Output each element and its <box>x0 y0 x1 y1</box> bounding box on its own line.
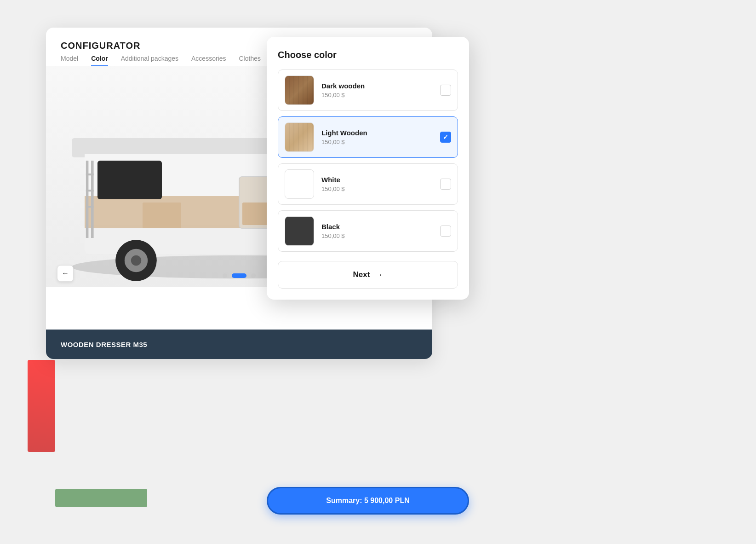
color-swatch-white <box>285 169 314 199</box>
color-swatch-light-wooden <box>285 122 314 152</box>
tab-color[interactable]: Color <box>91 55 108 66</box>
color-option-white[interactable]: White 150,00 $ <box>278 163 458 205</box>
color-option-black[interactable]: Black 150,00 $ <box>278 210 458 252</box>
color-checkbox-white[interactable] <box>440 179 451 190</box>
svg-rect-8 <box>97 161 162 199</box>
color-name-light-wooden: Light Wooden <box>321 129 440 137</box>
svg-rect-11 <box>143 203 181 228</box>
color-info-light-wooden: Light Wooden 150,00 $ <box>321 129 440 145</box>
carousel-dots <box>223 273 256 278</box>
color-price-dark-wooden: 150,00 $ <box>321 92 440 98</box>
tab-clothes[interactable]: Clothes <box>239 55 260 66</box>
color-price-white: 150,00 $ <box>321 185 440 192</box>
carousel-dot-3[interactable] <box>251 273 256 278</box>
svg-rect-24 <box>91 161 94 238</box>
color-name-dark-wooden: Dark wooden <box>321 82 440 90</box>
svg-rect-26 <box>86 190 94 191</box>
color-swatch-black <box>285 216 314 246</box>
svg-rect-27 <box>86 206 94 208</box>
color-name-black: Black <box>321 223 440 231</box>
color-info-black: Black 150,00 $ <box>321 223 440 239</box>
color-name-white: White <box>321 176 440 184</box>
configurator-title: CONFIGURATOR <box>61 41 140 51</box>
svg-rect-25 <box>86 174 94 175</box>
color-checkbox-black[interactable] <box>440 226 451 237</box>
color-options: Dark wooden 150,00 $ Light Wooden 150,00… <box>278 69 458 252</box>
red-decoration <box>28 360 55 452</box>
color-panel: Choose color Dark wooden 150,00 $ Light … <box>267 37 469 300</box>
back-button[interactable]: ← <box>57 265 74 282</box>
color-swatch-dark-wooden <box>285 75 314 105</box>
carousel-dot-2[interactable] <box>232 273 246 278</box>
color-panel-title: Choose color <box>278 50 458 60</box>
summary-button[interactable]: Summary: 5 900,00 PLN <box>267 487 469 515</box>
color-price-black: 150,00 $ <box>321 232 440 239</box>
color-checkbox-light-wooden[interactable] <box>440 132 451 143</box>
configurator-footer: WOODEN DRESSER M35 <box>46 330 432 359</box>
color-checkbox-dark-wooden[interactable] <box>440 85 451 96</box>
color-price-light-wooden: 150,00 $ <box>321 139 440 145</box>
next-arrow-icon: → <box>374 270 383 280</box>
summary-button-label: Summary: 5 900,00 PLN <box>326 497 409 505</box>
carousel-dot-1[interactable] <box>223 273 227 278</box>
tab-accessories[interactable]: Accessories <box>191 55 226 66</box>
svg-point-14 <box>131 255 141 266</box>
tab-additional-packages[interactable]: Additional packages <box>121 55 178 66</box>
next-button[interactable]: Next → <box>278 261 458 289</box>
color-info-dark-wooden: Dark wooden 150,00 $ <box>321 82 440 98</box>
next-button-label: Next <box>353 270 370 279</box>
svg-rect-23 <box>86 161 89 238</box>
color-info-white: White 150,00 $ <box>321 176 440 192</box>
color-option-dark-wooden[interactable]: Dark wooden 150,00 $ <box>278 69 458 111</box>
color-option-light-wooden[interactable]: Light Wooden 150,00 $ <box>278 116 458 158</box>
footer-model-name: WOODEN DRESSER M35 <box>61 341 147 348</box>
tab-model[interactable]: Model <box>61 55 78 66</box>
green-decoration <box>55 489 147 507</box>
